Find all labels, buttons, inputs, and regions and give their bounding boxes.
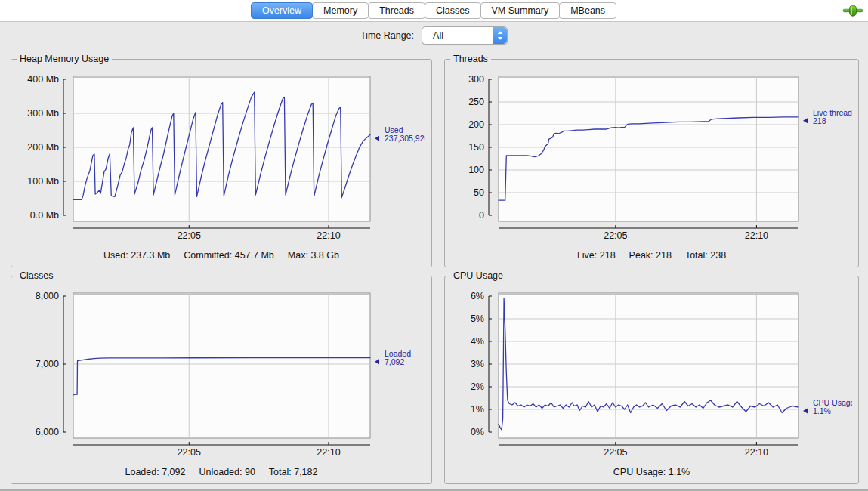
threads-panel-title: Threads bbox=[450, 54, 491, 64]
tab-threads[interactable]: Threads bbox=[368, 2, 425, 19]
classes-panel: Classes 8,0007,0006,00022:0522:10Loaded7… bbox=[11, 276, 432, 484]
y-tick-label: 0.0 Mb bbox=[30, 210, 59, 221]
threads-status-line: Live: 218Peak: 218Total: 238 bbox=[445, 250, 858, 261]
x-tick-label: 22:05 bbox=[604, 447, 627, 458]
time-range-select[interactable]: All bbox=[422, 26, 508, 45]
y-tick-label: 250 bbox=[468, 97, 484, 107]
heap-status-item: Used: 237.3 Mb bbox=[103, 250, 170, 261]
threads-status-item: Peak: 218 bbox=[629, 250, 672, 261]
classes-status-item: Loaded: 7,092 bbox=[125, 467, 186, 477]
threads-status-item: Total: 238 bbox=[685, 250, 726, 261]
tab-bar: OverviewMemoryThreadsClassesVM SummaryMB… bbox=[0, 0, 868, 22]
y-tick-label: 5% bbox=[471, 313, 484, 324]
x-tick-label: 22:10 bbox=[745, 230, 768, 241]
cpu-plot-area bbox=[499, 293, 798, 438]
heap-status-item: Max: 3.8 Gb bbox=[288, 250, 339, 261]
legend-marker-icon bbox=[803, 118, 808, 123]
tab-vm-summary[interactable]: VM Summary bbox=[480, 2, 561, 19]
heap-memory-panel: Heap Memory Usage 400 Mb300 Mb200 Mb100 … bbox=[11, 59, 432, 267]
x-tick-label: 22:05 bbox=[178, 230, 201, 241]
tab-overview[interactable]: Overview bbox=[251, 2, 313, 19]
classes-chart: 8,0007,0006,00022:0522:10Loaded7,092 bbox=[17, 287, 425, 462]
y-tick-label: 50 bbox=[474, 187, 484, 198]
tab-mbeans[interactable]: MBeans bbox=[559, 2, 616, 19]
threads-legend-value: 218 bbox=[813, 116, 826, 125]
tab-classes[interactable]: Classes bbox=[425, 2, 480, 19]
y-tick-label: 0% bbox=[471, 427, 484, 437]
y-tick-label: 100 Mb bbox=[27, 176, 59, 187]
classes-status-line: Loaded: 7,092Unloaded: 90Total: 7,182 bbox=[11, 467, 431, 477]
tab-memory[interactable]: Memory bbox=[312, 2, 369, 19]
y-tick-label: 300 Mb bbox=[27, 108, 59, 119]
y-tick-label: 1% bbox=[471, 404, 484, 415]
classes-legend-value: 7,092 bbox=[385, 357, 404, 366]
threads-chart: 30025020015010050022:0522:10Live threads… bbox=[451, 70, 852, 246]
y-tick-label: 4% bbox=[471, 336, 484, 347]
classes-status-item: Unloaded: 90 bbox=[199, 467, 255, 477]
y-tick-label: 100 bbox=[468, 165, 484, 175]
cpu-usage-panel: CPU Usage 6%5%4%3%2%1%0%22:0522:10CPU Us… bbox=[444, 276, 859, 484]
cpu-usage-chart: 6%5%4%3%2%1%0%22:0522:10CPU Usage1.1% bbox=[451, 287, 852, 462]
time-range-toolbar: Time Range: All bbox=[0, 22, 868, 49]
classes-status-item: Total: 7,182 bbox=[269, 467, 318, 477]
x-tick-label: 22:10 bbox=[317, 447, 340, 458]
select-stepper-icon bbox=[493, 27, 507, 44]
x-tick-label: 22:10 bbox=[317, 230, 340, 241]
heap-legend-value: 237,305,920 bbox=[385, 134, 425, 143]
y-tick-label: 8,000 bbox=[36, 291, 59, 301]
time-range-label: Time Range: bbox=[360, 30, 414, 41]
classes-plot-area bbox=[73, 293, 370, 438]
cpu-legend-value: 1.1% bbox=[813, 406, 831, 415]
y-tick-label: 300 bbox=[468, 74, 484, 85]
y-tick-label: 200 Mb bbox=[27, 142, 59, 153]
y-tick-label: 150 bbox=[468, 142, 484, 153]
heap-memory-chart: 400 Mb300 Mb200 Mb100 Mb0.0 Mb22:0522:10… bbox=[17, 70, 425, 246]
y-tick-label: 400 Mb bbox=[27, 74, 59, 85]
threads-panel: Threads 30025020015010050022:0522:10Live… bbox=[444, 59, 859, 267]
cpu-panel-title: CPU Usage bbox=[450, 270, 506, 281]
legend-marker-icon bbox=[375, 136, 379, 141]
y-tick-label: 6% bbox=[471, 291, 484, 301]
cpu-status-line: CPU Usage: 1.1% bbox=[445, 467, 858, 477]
threads-status-item: Live: 218 bbox=[577, 250, 616, 261]
x-tick-label: 22:05 bbox=[604, 230, 627, 241]
y-tick-label: 6,000 bbox=[36, 427, 59, 437]
tab-group: OverviewMemoryThreadsClassesVM SummaryMB… bbox=[252, 2, 616, 19]
heap-status-line: Used: 237.3 MbCommitted: 457.7 MbMax: 3.… bbox=[11, 250, 431, 261]
threads-plot-area bbox=[499, 76, 798, 221]
y-tick-label: 0 bbox=[479, 210, 484, 221]
cpu-status-item: CPU Usage: 1.1% bbox=[613, 467, 690, 477]
connection-status-icon bbox=[842, 5, 863, 17]
x-tick-label: 22:10 bbox=[745, 447, 768, 458]
heap-status-item: Committed: 457.7 Mb bbox=[184, 250, 274, 261]
legend-marker-icon bbox=[803, 409, 808, 414]
legend-marker-icon bbox=[375, 359, 379, 364]
x-tick-label: 22:05 bbox=[178, 447, 201, 458]
time-range-value: All bbox=[422, 30, 493, 41]
classes-panel-title: Classes bbox=[17, 270, 56, 281]
y-tick-label: 200 bbox=[468, 119, 484, 130]
y-tick-label: 7,000 bbox=[36, 359, 59, 369]
y-tick-label: 3% bbox=[471, 359, 484, 369]
heap-panel-title: Heap Memory Usage bbox=[17, 54, 112, 64]
y-tick-label: 2% bbox=[471, 381, 484, 392]
